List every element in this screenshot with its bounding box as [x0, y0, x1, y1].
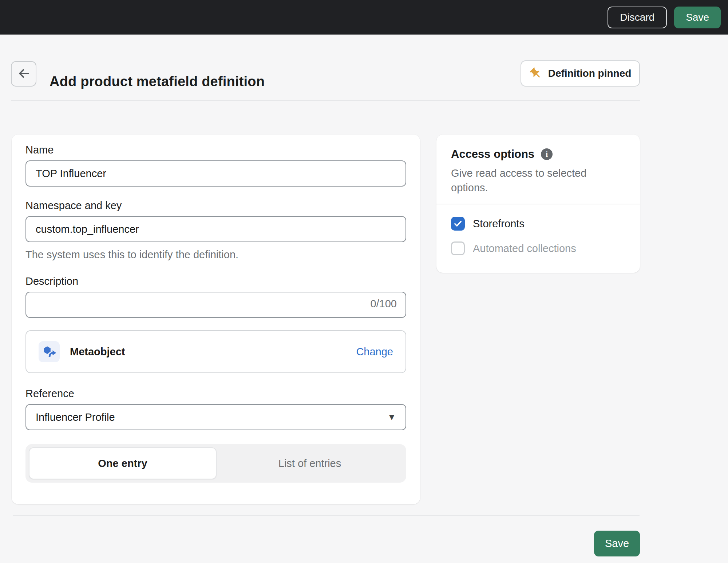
name-input[interactable] [25, 160, 406, 187]
access-options-subtitle: Give read access to selected options. [451, 166, 600, 195]
metaobject-icon [39, 341, 60, 362]
namespace-label: Namespace and key [25, 200, 406, 212]
reference-selected-value: Influencer Profile [36, 411, 115, 423]
definition-pinned-label: Definition pinned [548, 68, 632, 79]
footer-divider [13, 515, 640, 516]
definition-pinned-button[interactable]: Definition pinned [521, 60, 640, 87]
access-options-card: Access options i Give read access to sel… [436, 135, 640, 273]
page-title: Add product metafield definition [50, 74, 265, 89]
storefronts-checkbox[interactable] [451, 217, 465, 231]
description-label: Description [25, 275, 406, 287]
change-type-link[interactable]: Change [356, 346, 393, 358]
automated-collections-option-row: Automated collections [451, 241, 625, 255]
namespace-helper-text: The system uses this to identify the def… [25, 249, 406, 261]
metafield-type-box: Metaobject Change [25, 330, 406, 373]
storefronts-label[interactable]: Storefronts [473, 218, 525, 230]
segment-list-of-entries[interactable]: List of entries [217, 447, 403, 479]
entry-mode-segmented-control: One entry List of entries [25, 444, 406, 483]
save-button-bottom[interactable]: Save [594, 531, 640, 556]
name-label: Name [25, 144, 406, 156]
top-bar: Discard Save [0, 0, 728, 35]
back-button[interactable] [11, 61, 36, 87]
metafield-type-name: Metaobject [70, 346, 125, 358]
namespace-input[interactable] [25, 216, 406, 242]
discard-button[interactable]: Discard [608, 7, 667, 28]
reference-select[interactable]: Influencer Profile ▼ [25, 404, 406, 430]
description-char-counter: 0/100 [370, 298, 397, 310]
metafield-form-card: Name Namespace and key The system uses t… [12, 135, 420, 504]
description-input[interactable] [25, 292, 406, 318]
back-arrow-icon [16, 66, 31, 82]
header-divider [11, 100, 640, 101]
storefronts-option-row: Storefronts [451, 217, 625, 231]
access-options-title: Access options [451, 148, 534, 161]
automated-collections-checkbox[interactable] [451, 241, 465, 255]
save-button-top[interactable]: Save [674, 7, 721, 28]
pin-icon [529, 67, 542, 80]
info-icon[interactable]: i [541, 148, 553, 160]
reference-label: Reference [25, 388, 406, 400]
automated-collections-label: Automated collections [473, 243, 576, 255]
segment-one-entry[interactable]: One entry [29, 447, 217, 479]
chevron-down-icon: ▼ [387, 412, 396, 422]
